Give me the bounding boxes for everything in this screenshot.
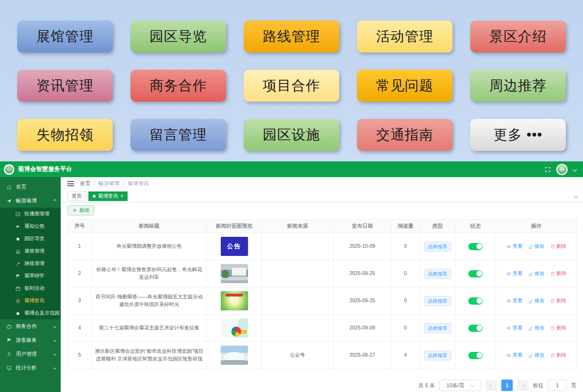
sidebar-item-business-coop[interactable]: 商务合作 [0, 319, 61, 333]
screen: 展馆管理 园区导览 路线管理 活动管理 景区介绍 资讯管理 商务合作 项目合作 … [0, 0, 583, 392]
chevron-down-icon [53, 339, 56, 342]
edit-link[interactable]: 修改 [528, 297, 545, 305]
row-source [262, 287, 334, 315]
home-icon [6, 184, 12, 190]
sidebar-item-visitor-service[interactable]: 游客服务 [0, 333, 61, 347]
active-dot-icon [93, 195, 96, 198]
col-ops: 操作 [496, 220, 577, 233]
add-button[interactable]: 新增 [67, 205, 94, 215]
eye-icon [506, 353, 511, 358]
page-1-button[interactable]: 1 [501, 380, 513, 391]
sidebar-item-hall-mgmt[interactable]: 展馆管理 [0, 245, 61, 257]
carousel-icon [15, 212, 21, 217]
prev-page-button[interactable] [486, 380, 497, 391]
launcher-button-facilities[interactable]: 园区设施 [244, 119, 339, 151]
row-source [262, 315, 334, 342]
view-link[interactable]: 查看 [506, 243, 523, 250]
page-size-select[interactable]: 10条/页 [439, 380, 481, 391]
status-toggle[interactable] [468, 325, 483, 332]
sidebar-item-expo-news[interactable]: 菊博资讯 [0, 295, 61, 307]
edit-icon [528, 298, 533, 304]
view-link[interactable]: 查看 [506, 270, 523, 277]
launcher-button-project-coop[interactable]: 项目合作 [244, 70, 339, 102]
row-date: 2025-09-09 [334, 315, 391, 342]
edit-link[interactable]: 修改 [528, 351, 545, 359]
status-toggle[interactable] [468, 352, 483, 359]
sidebar-item-statistics[interactable]: 统计分析 [0, 361, 61, 375]
status-toggle[interactable] [468, 297, 483, 305]
flag-icon [15, 274, 21, 279]
launcher-button-activity-mgmt[interactable]: 活动管理 [357, 21, 453, 53]
sidebar-item-park-guide[interactable]: 园区导览 [0, 233, 61, 245]
launcher-button-park-guide[interactable]: 园区导览 [130, 21, 226, 53]
row-source: 公众号 [262, 342, 334, 369]
delete-link[interactable]: 删除 [550, 243, 567, 250]
delete-link[interactable]: 删除 [550, 351, 567, 359]
cover-thumbnail [221, 291, 248, 310]
delete-link[interactable]: 删除 [550, 324, 567, 332]
trash-icon [550, 353, 555, 358]
edit-link[interactable]: 修改 [528, 324, 545, 332]
type-badge: 品牌推荐 [424, 296, 451, 306]
edit-link[interactable]: 修改 [528, 270, 545, 277]
launcher-button-traffic-guide[interactable]: 交通指南 [357, 119, 453, 151]
row-title: 双节同庆·嗨翻菊香——寿光菊博园五大主题活动邀您共度中秋国庆美好时光 [92, 287, 207, 315]
table-row: 4 第二十七届菊博会菊花主题艺术设计有奖征集 2025-09-09 0 品牌推荐… [68, 315, 577, 342]
sidebar-item-notice[interactable]: 通知公告 [0, 220, 61, 233]
view-link[interactable]: 查看 [506, 324, 523, 332]
edit-link[interactable]: 修改 [528, 243, 545, 250]
launcher-button-lost-found[interactable]: 失物招领 [17, 119, 113, 151]
monitor-icon [6, 365, 12, 371]
sidebar-group-tour-expo[interactable]: 畅游菊博 [0, 194, 61, 208]
view-link[interactable]: 查看 [506, 297, 523, 305]
launcher-button-message-mgmt[interactable]: 留言管理 [130, 119, 226, 151]
user-menu-caret-icon[interactable] [573, 167, 577, 171]
news-table: 序号 新闻标题 新闻封面图预览 新闻来源 发布日期 阅读量 类型 状态 操作 [67, 219, 577, 369]
launcher-button-hall-mgmt[interactable]: 展馆管理 [17, 21, 113, 53]
eye-icon [506, 244, 511, 249]
status-toggle[interactable] [468, 243, 483, 250]
plus-icon [72, 208, 77, 213]
tab-overflow-chevron-icon[interactable] [574, 194, 578, 198]
tab-close-icon[interactable] [120, 193, 123, 199]
sidebar-item-checkin-activity[interactable]: 签到活动 [0, 282, 61, 295]
launcher-button-route-mgmt[interactable]: 路线管理 [244, 21, 339, 53]
megaphone-icon [15, 224, 21, 229]
breadcrumb-tour-expo[interactable]: 畅游菊博 [90, 180, 119, 187]
tab-home[interactable]: 首页 [67, 191, 86, 201]
sidebar-fold-icon[interactable] [67, 181, 74, 186]
launcher-row-3: 失物招领 留言管理 园区设施 交通指南 更多 ••• [17, 119, 566, 151]
calendar-icon [15, 286, 21, 291]
sidebar-item-study-tour[interactable]: 菊萃研学 [0, 270, 61, 282]
launcher-button-more[interactable]: 更多 ••• [470, 119, 566, 151]
type-badge: 品牌推荐 [424, 269, 451, 279]
trash-icon [550, 326, 555, 331]
sidebar-item-home[interactable]: 首页 [0, 180, 61, 194]
sidebar-item-route-mgmt[interactable]: 路线管理 [0, 257, 61, 270]
breadcrumb-home[interactable]: 首页 [80, 180, 90, 187]
tab-expo-news[interactable]: 菊博资讯 [88, 191, 128, 201]
user-avatar[interactable] [556, 164, 568, 175]
goto-page-input[interactable] [548, 380, 567, 391]
cover-thumbnail [221, 346, 248, 365]
launcher-button-news-mgmt[interactable]: 资讯管理 [17, 70, 113, 102]
pagination: 共 5 条 10条/页 1 前往 页 [67, 380, 576, 391]
cover-thumbnail [221, 264, 248, 283]
next-page-button[interactable] [517, 380, 529, 391]
delete-link[interactable]: 删除 [550, 297, 567, 305]
sidebar-item-carousel-mgmt[interactable]: 轮播图管理 [0, 208, 61, 220]
status-toggle[interactable] [468, 270, 483, 277]
briefcase-icon [6, 324, 12, 329]
edit-icon [528, 353, 533, 358]
delete-link[interactable]: 删除 [550, 270, 567, 277]
launcher-button-business-coop[interactable]: 商务合作 [130, 70, 226, 102]
launcher-button-nearby[interactable]: 周边推荐 [470, 70, 566, 102]
sidebar-item-expo-demo-garden[interactable]: 菊博会及示范园 [0, 307, 61, 319]
sidebar-item-user-mgmt[interactable]: 用户管理 [0, 347, 61, 361]
view-link[interactable]: 查看 [506, 351, 523, 359]
launcher-button-faq[interactable]: 常见问题 [357, 70, 453, 102]
chevron-left-icon [489, 383, 493, 387]
launcher-button-scenic-intro[interactable]: 景区介绍 [470, 21, 566, 53]
col-type: 类型 [420, 220, 455, 233]
fullscreen-icon[interactable] [545, 167, 551, 172]
